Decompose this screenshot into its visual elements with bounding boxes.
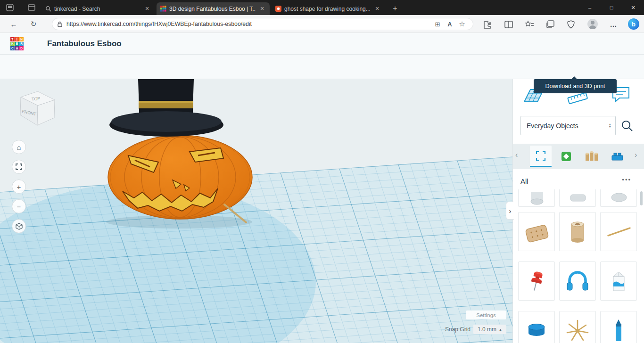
- workspaces-icon[interactable]: [6, 3, 14, 12]
- headphones-icon: [563, 267, 592, 295]
- browser-titlebar: tinkercad - Search ✕ 3D design Fantabulo…: [0, 0, 644, 15]
- viewport-3d[interactable]: TOP FRONT: [0, 79, 512, 343]
- extensions-icon[interactable]: [482, 20, 492, 29]
- collection-strip: ‹ ›: [513, 144, 644, 169]
- collection-tile-cylinders[interactable]: [581, 146, 603, 167]
- add-favorite-star-icon[interactable]: ☆: [456, 20, 468, 28]
- section-title: All: [520, 177, 528, 185]
- snap-grid-label: Snap Grid: [445, 326, 471, 333]
- section-header: All •••: [513, 175, 644, 189]
- split-screen-icon[interactable]: [504, 20, 514, 29]
- tab-actions-icon[interactable]: [27, 3, 36, 12]
- window-maximize-button[interactable]: □: [601, 0, 622, 15]
- marker-icon: [604, 317, 633, 343]
- partial-shape-icon: [523, 190, 551, 207]
- dropdown-value: Everyday Objects: [527, 122, 609, 130]
- address-bar[interactable]: https://www.tinkercad.com/things/fHXwj0E…: [52, 18, 473, 30]
- shape-card-partial[interactable]: [518, 189, 555, 207]
- collection-tile-select[interactable]: [530, 146, 552, 167]
- milk-carton-icon: [604, 267, 633, 295]
- logo-letter: K: [10, 42, 15, 46]
- viewport-settings-button[interactable]: Settings: [466, 310, 506, 319]
- window-close-button[interactable]: ✕: [622, 0, 644, 15]
- tab-title: 3D design Fantabulous Esboo | T...: [169, 6, 256, 12]
- toothpick-icon: [604, 218, 633, 246]
- tooltip-arrow: [571, 76, 578, 80]
- search-favicon: [45, 6, 51, 12]
- panel-collapse-handle[interactable]: ›: [506, 202, 514, 220]
- fit-view-icon: [16, 163, 22, 170]
- logo-letter: A: [15, 46, 19, 50]
- logo-letter: D: [19, 46, 24, 50]
- shape-card-partial[interactable]: [559, 189, 596, 207]
- person-icon: [587, 19, 598, 29]
- shape-card-push-pin[interactable]: [518, 261, 555, 301]
- zoom-out-button[interactable]: −: [12, 199, 26, 213]
- window-minimize-button[interactable]: –: [579, 0, 601, 15]
- tab-close-icon[interactable]: ✕: [143, 6, 151, 12]
- more-menu-icon[interactable]: …: [608, 19, 619, 29]
- shape-card-partial[interactable]: [600, 189, 637, 207]
- logo-letter: T: [10, 37, 15, 41]
- perspective-toggle-button[interactable]: [12, 219, 26, 233]
- refresh-icon[interactable]: ↻: [28, 19, 39, 29]
- logo-letter: N: [19, 37, 24, 41]
- design-toolbar: Import Export Send To: [0, 55, 644, 79]
- fit-view-button[interactable]: [12, 160, 26, 174]
- perspective-cube-icon: [16, 223, 23, 230]
- shape-card-headphones[interactable]: [559, 261, 596, 301]
- tinkercad-favicon: [160, 6, 166, 12]
- shape-card-jar-lid[interactable]: [518, 311, 555, 343]
- home-view-button[interactable]: ⌂: [12, 140, 26, 154]
- shape-card-toothpick[interactable]: [600, 212, 637, 251]
- profile-avatar[interactable]: [587, 19, 598, 29]
- model-pumpkin-with-hat[interactable]: [90, 79, 269, 235]
- partial-shape-icon: [564, 190, 592, 207]
- shape-card-marker[interactable]: [600, 311, 637, 343]
- back-icon[interactable]: ←: [8, 19, 19, 29]
- apps-grid-icon[interactable]: ⊞: [431, 21, 444, 28]
- shape-card-paper-roll[interactable]: [559, 212, 596, 251]
- tab-close-icon[interactable]: ✕: [373, 6, 381, 12]
- spiky-star-icon: [563, 317, 592, 343]
- partial-shape-icon: [605, 190, 633, 207]
- collection-tile-green[interactable]: [555, 146, 577, 167]
- dropdown-arrows-icon: ▲▼: [609, 123, 611, 128]
- tab-tinkercad-search[interactable]: tinkercad - Search ✕: [41, 2, 155, 15]
- search-shapes-icon[interactable]: [621, 120, 633, 132]
- section-more-icon[interactable]: •••: [622, 176, 631, 183]
- browser-security-shield-icon[interactable]: [566, 20, 576, 29]
- shape-list[interactable]: [513, 189, 644, 343]
- site-favicon: [275, 6, 281, 12]
- read-aloud-icon[interactable]: A: [444, 21, 456, 28]
- strip-scroll-right-icon[interactable]: ›: [635, 151, 637, 159]
- collections-icon[interactable]: [545, 20, 555, 29]
- tinkercad-logo[interactable]: TIN KER CAD: [10, 37, 24, 50]
- shape-card-milk-carton[interactable]: [600, 261, 637, 301]
- tinkercad-header: TIN KER CAD Fantabulous Esboo: [0, 33, 644, 55]
- collection-tile-bricks[interactable]: [606, 146, 628, 167]
- new-tab-button[interactable]: +: [389, 3, 401, 14]
- shapes-panel: Everyday Objects ▲▼ ‹: [512, 79, 644, 343]
- viewcube[interactable]: TOP FRONT: [11, 86, 58, 133]
- snap-grid-value: 1.0 mm: [478, 326, 496, 333]
- selection-corners-icon: [535, 150, 546, 162]
- snap-grid-dropdown[interactable]: 1.0 mm ▲: [473, 325, 506, 334]
- copilot-icon[interactable]: b: [628, 18, 639, 30]
- shape-category-dropdown[interactable]: Everyday Objects ▲▼: [520, 116, 616, 135]
- tab-ghost-shape[interactable]: ghost shape for drawing cooking... ✕: [272, 2, 385, 15]
- shape-card-cracker[interactable]: [518, 212, 555, 251]
- panel-scrollbar[interactable]: [640, 191, 643, 205]
- logo-letter: E: [15, 42, 19, 46]
- browser-navbar: ← ↻ https://www.tinkercad.com/things/fHX…: [0, 15, 644, 33]
- strip-scroll-left-icon[interactable]: ‹: [515, 151, 518, 159]
- shape-card-spiky-star[interactable]: [559, 311, 596, 343]
- design-title[interactable]: Fantabulous Esboo: [47, 33, 122, 55]
- tab-close-icon[interactable]: ✕: [258, 6, 266, 12]
- paper-roll-icon: [563, 218, 592, 246]
- zoom-in-button[interactable]: +: [12, 180, 26, 194]
- tab-tinkercad-design[interactable]: 3D design Fantabulous Esboo | T... ✕: [157, 2, 270, 15]
- cracker-icon: [522, 218, 551, 246]
- favorites-icon[interactable]: [524, 20, 535, 29]
- viewcube-top-label: TOP: [32, 96, 41, 102]
